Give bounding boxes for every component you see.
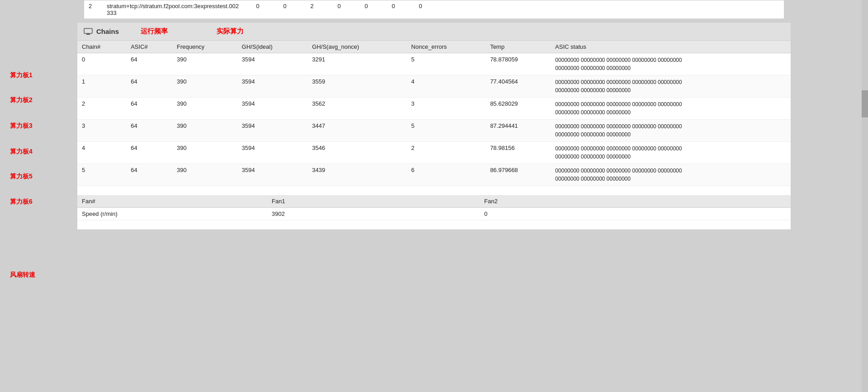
col-asic-status: ASIC status [551, 41, 791, 53]
cell-asic-status: 00000000 00000000 00000000 00000000 0000… [551, 164, 791, 186]
cell-temp: 78.98156 [486, 142, 551, 164]
asic-status-line2: 00000000 00000000 00000000 [555, 65, 631, 71]
cell-asic-status: 00000000 00000000 00000000 00000000 0000… [551, 98, 791, 120]
col-ghs-avg: GH/S(avg_nonce) [307, 41, 406, 53]
side-label-board5: 算力板5 [10, 173, 33, 181]
scrollbar-track[interactable] [862, 0, 868, 392]
fan1-label: Fan1 [267, 195, 480, 208]
cell-asic: 64 [126, 142, 172, 164]
cell-ghs-avg: 3447 [307, 120, 406, 142]
pool-v3: 2 [311, 3, 338, 9]
cell-frequency: 390 [172, 53, 237, 75]
cell-ghs-ideal: 3594 [237, 75, 307, 98]
cell-asic: 64 [126, 53, 172, 75]
cell-nonce-errors: 4 [407, 75, 486, 98]
cell-asic-status: 00000000 00000000 00000000 00000000 0000… [551, 75, 791, 98]
pool-worker: expresstest.002 [198, 3, 256, 9]
scrollbar-thumb[interactable] [862, 90, 868, 117]
page-wrapper: 2 stratum+tcp://stratum.f2pool.com:3333 … [0, 0, 868, 392]
main-content: Chains 运行频率 实际算力 Chain# ASIC# Frequency … [77, 22, 791, 230]
cell-chain: 1 [77, 75, 126, 98]
svg-rect-0 [84, 28, 92, 33]
asic-status-line2: 00000000 00000000 00000000 [555, 176, 631, 182]
col-temp: Temp [486, 41, 551, 53]
cell-frequency: 390 [172, 120, 237, 142]
cell-nonce-errors: 5 [407, 120, 486, 142]
cell-nonce-errors: 3 [407, 98, 486, 120]
asic-status-line2: 00000000 00000000 00000000 [555, 154, 631, 160]
cell-chain: 0 [77, 53, 126, 75]
asic-status-line2: 00000000 00000000 00000000 [555, 109, 631, 116]
side-label-board2: 算力板2 [10, 96, 33, 104]
side-label-board4: 算力板4 [10, 148, 33, 156]
side-label-board3: 算力板3 [10, 122, 33, 130]
cell-asic: 64 [126, 164, 172, 186]
cell-chain: 3 [77, 120, 126, 142]
col-nonce: Nonce_errors [407, 41, 486, 53]
monitor-icon [84, 28, 93, 35]
chains-table-row: 56439035943439686.97966800000000 0000000… [77, 164, 791, 186]
cell-temp: 87.294441 [486, 120, 551, 142]
chains-table-row: 36439035943447587.29444100000000 0000000… [77, 120, 791, 142]
side-label-fan-speed: 风扇转速 [10, 271, 35, 279]
asic-status-line1: 00000000 00000000 00000000 00000000 0000… [555, 168, 682, 174]
side-label-board6: 算力板6 [10, 198, 33, 206]
cell-temp: 85.628029 [486, 98, 551, 120]
cell-frequency: 390 [172, 164, 237, 186]
cell-ghs-ideal: 3594 [237, 142, 307, 164]
pool-row: 2 stratum+tcp://stratum.f2pool.com:3333 … [84, 0, 784, 19]
fan-speed-label: Speed (r/min) [77, 208, 267, 220]
cell-asic: 64 [126, 75, 172, 98]
asic-status-line1: 00000000 00000000 00000000 00000000 0000… [555, 123, 682, 130]
cell-temp: 78.878059 [486, 53, 551, 75]
chains-hashrate-label: 实际算力 [217, 27, 244, 36]
svg-rect-1 [87, 33, 90, 34]
chains-section-header: Chains 运行频率 实际算力 [77, 23, 791, 41]
asic-status-line2: 00000000 00000000 00000000 [555, 131, 631, 138]
cell-chain: 2 [77, 98, 126, 120]
cell-ghs-avg: 3439 [307, 164, 406, 186]
cell-asic-status: 00000000 00000000 00000000 00000000 0000… [551, 142, 791, 164]
cell-asic: 64 [126, 120, 172, 142]
fan-hash-label: Fan# [77, 195, 267, 208]
fan2-speed: 0 [480, 208, 791, 220]
cell-frequency: 390 [172, 75, 237, 98]
cell-asic-status: 00000000 00000000 00000000 00000000 0000… [551, 120, 791, 142]
cell-nonce-errors: 2 [407, 142, 486, 164]
chains-table: Chain# ASIC# Frequency GH/S(ideal) GH/S(… [77, 41, 791, 186]
chains-table-row: 06439035943291578.87805900000000 0000000… [77, 53, 791, 75]
cell-frequency: 390 [172, 142, 237, 164]
cell-ghs-ideal: 3594 [237, 164, 307, 186]
asic-status-line1: 00000000 00000000 00000000 00000000 0000… [555, 57, 682, 63]
fan2-label: Fan2 [480, 195, 791, 208]
cell-nonce-errors: 6 [407, 164, 486, 186]
pool-v1: 0 [256, 3, 283, 9]
pool-v7: 0 [419, 3, 446, 9]
cell-asic: 64 [126, 98, 172, 120]
asic-status-line2: 00000000 00000000 00000000 [555, 87, 631, 93]
pool-url: stratum+tcp://stratum.f2pool.com:3333 [107, 3, 198, 16]
cell-temp: 77.404564 [486, 75, 551, 98]
cell-chain: 4 [77, 142, 126, 164]
col-ghs-ideal: GH/S(ideal) [237, 41, 307, 53]
cell-ghs-ideal: 3594 [237, 120, 307, 142]
asic-status-line1: 00000000 00000000 00000000 00000000 0000… [555, 145, 682, 152]
cell-nonce-errors: 5 [407, 53, 486, 75]
cell-temp: 86.979668 [486, 164, 551, 186]
chains-table-row: 46439035943546278.9815600000000 00000000… [77, 142, 791, 164]
pool-v6: 0 [392, 3, 419, 9]
chains-freq-label: 运行频率 [141, 27, 168, 36]
col-asic: ASIC# [126, 41, 172, 53]
chains-table-row: 26439035943562385.62802900000000 0000000… [77, 98, 791, 120]
cell-ghs-ideal: 3594 [237, 53, 307, 75]
asic-status-line1: 00000000 00000000 00000000 00000000 0000… [555, 101, 682, 107]
asic-status-line1: 00000000 00000000 00000000 00000000 0000… [555, 79, 682, 85]
cell-asic-status: 00000000 00000000 00000000 00000000 0000… [551, 53, 791, 75]
cell-chain: 5 [77, 164, 126, 186]
fan-table: Fan# Fan1 Fan2 Speed (r/min) 3902 0 [77, 195, 791, 220]
side-label-board1: 算力板1 [10, 71, 33, 79]
col-chain: Chain# [77, 41, 126, 53]
fan1-speed: 3902 [267, 208, 480, 220]
cell-frequency: 390 [172, 98, 237, 120]
pool-id: 2 [89, 3, 107, 9]
